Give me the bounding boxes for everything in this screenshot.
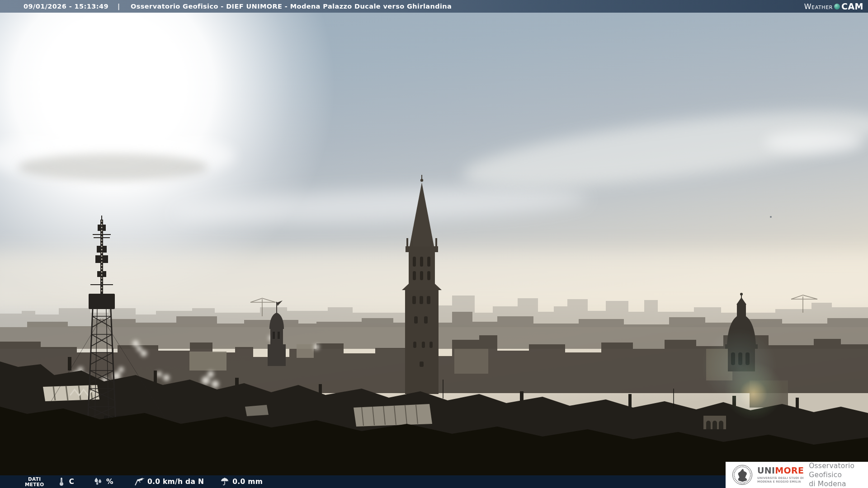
observatory-line2: di Modena bbox=[809, 479, 868, 488]
webcam-photo bbox=[0, 0, 868, 488]
unimore-uni: UNI bbox=[757, 465, 775, 475]
observatory-name: Osservatorio Geofisico di Modena bbox=[809, 461, 868, 488]
separator: | bbox=[118, 3, 120, 10]
observatory-line1: Osservatorio Geofisico bbox=[809, 461, 868, 479]
unimore-wordmark: UNIMORE UNIVERSITÀ DEGLI STUDI DI MODENA… bbox=[757, 466, 804, 483]
umbrella-icon bbox=[220, 477, 229, 486]
wind-group: 0.0 km/h da N bbox=[133, 477, 204, 486]
lens-flare bbox=[738, 379, 769, 409]
weathercam-cam: CAM bbox=[841, 1, 863, 11]
weathercam-logo: Weather CAM bbox=[804, 1, 863, 11]
meteo-line: METEO bbox=[25, 482, 44, 487]
university-line2: MODENA E REGGIO EMILIA bbox=[757, 480, 804, 483]
dati-meteo-label: DATI METEO bbox=[25, 476, 44, 487]
unimore-crest-icon: 1175 bbox=[731, 463, 753, 487]
humidity-value: % bbox=[106, 478, 113, 486]
bird bbox=[770, 216, 772, 218]
webcam-screenshot: 09/01/2026 - 15:13:49 | Osservatorio Geo… bbox=[0, 0, 868, 488]
temperature-value: C bbox=[69, 478, 74, 486]
top-info-bar: 09/01/2026 - 15:13:49 | Osservatorio Geo… bbox=[0, 0, 868, 13]
crest-year: 1175 bbox=[740, 483, 745, 485]
globe-dot-icon bbox=[834, 4, 840, 9]
wind-value: 0.0 km/h da N bbox=[147, 478, 204, 486]
dati-line: DATI bbox=[25, 476, 44, 482]
temperature-group: C bbox=[57, 477, 74, 487]
ghirlandina-tower bbox=[402, 175, 442, 394]
timestamp: 09/01/2026 - 15:13:49 bbox=[24, 3, 108, 10]
rain-value: 0.0 mm bbox=[232, 478, 263, 486]
webcam-title: Osservatorio Geofisico - DIEF UNIMORE - … bbox=[131, 3, 452, 10]
water-drops-icon bbox=[93, 477, 103, 486]
weathercam-word: Weather bbox=[804, 2, 833, 11]
unimore-branding-box: 1175 UNIMORE UNIVERSITÀ DEGLI STUDI DI M… bbox=[726, 462, 868, 488]
humidity-group: % bbox=[93, 477, 113, 486]
university-line1: UNIVERSITÀ DEGLI STUDI DI bbox=[757, 476, 804, 480]
thermometer-icon bbox=[57, 477, 66, 487]
unimore-more: MORE bbox=[775, 465, 804, 475]
windsock-icon bbox=[133, 477, 144, 486]
rain-group: 0.0 mm bbox=[220, 477, 263, 486]
